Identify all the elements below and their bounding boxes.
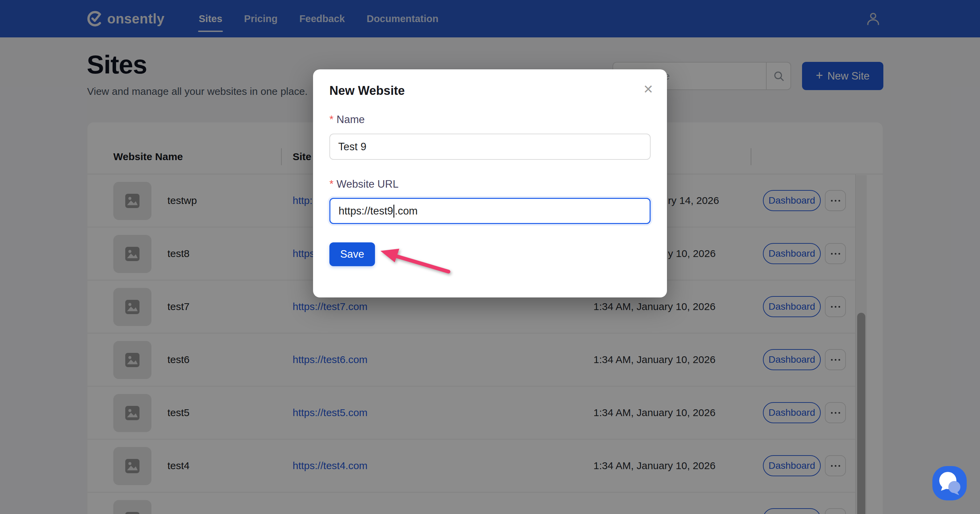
close-icon: ✕ (643, 82, 653, 97)
save-button[interactable]: Save (329, 243, 375, 266)
modal-title: New Website (329, 84, 404, 98)
app-screen: onsently SitesPricingFeedbackDocumentati… (0, 0, 980, 514)
chat-bubbles-icon (932, 466, 967, 500)
required-asterisk: * (329, 114, 334, 126)
modal-close-button[interactable]: ✕ (640, 81, 657, 98)
chat-widget-button[interactable] (932, 466, 967, 500)
text-caret (393, 205, 395, 217)
website-url-input[interactable]: https://test9.com (329, 198, 651, 224)
name-field-label: * Name (329, 114, 365, 126)
name-input[interactable]: Test 9 (329, 133, 651, 160)
url-field-label: * Website URL (329, 178, 398, 190)
new-website-modal: New Website ✕ * Name Test 9 * Website UR… (313, 69, 667, 297)
required-asterisk: * (329, 178, 334, 190)
